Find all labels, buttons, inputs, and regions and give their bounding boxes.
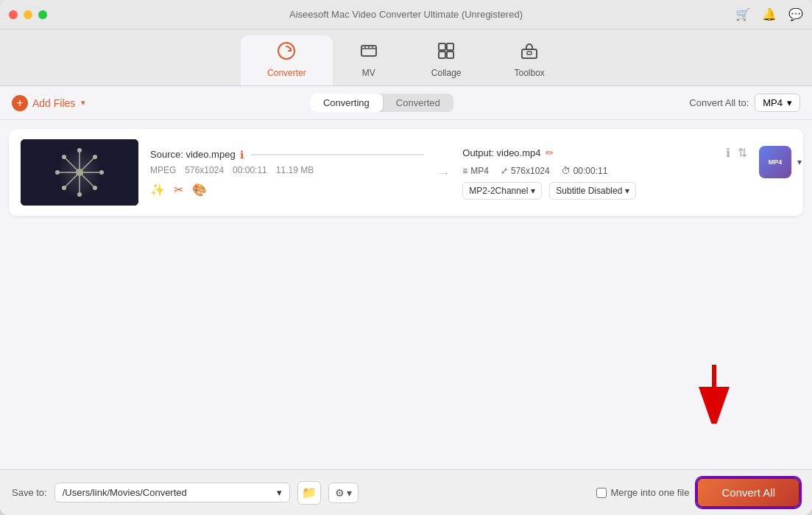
- cut-icon[interactable]: ✂: [174, 183, 183, 197]
- format-dropdown-arrow: ▾: [787, 97, 792, 108]
- svg-line-20: [64, 172, 80, 188]
- tab-toggle: Converting Converted: [310, 94, 453, 112]
- output-top-row: Output: video.mp4 ✏ ℹ ⇅: [462, 146, 747, 160]
- audio-dropdown-arrow: ▾: [531, 186, 535, 196]
- enhance-icon[interactable]: ✨: [150, 183, 165, 197]
- toolbar: + Add Files ▾ Converting Converted Conve…: [0, 86, 812, 120]
- titlebar: Aiseesoft Mac Video Converter Ultimate (…: [0, 0, 812, 29]
- tab-toolbox[interactable]: Toolbox: [488, 35, 571, 85]
- converting-tab-btn[interactable]: Converting: [310, 94, 383, 112]
- svg-point-27: [93, 155, 97, 159]
- svg-point-26: [93, 186, 97, 190]
- output-details: Output: video.mp4 ✏ ℹ ⇅ ≡ MP4: [462, 146, 747, 200]
- shop-icon[interactable]: 🛒: [735, 7, 750, 21]
- output-resolution-label: 576x1024: [511, 166, 550, 176]
- svg-rect-6: [439, 43, 445, 50]
- output-actions: ℹ ⇅: [726, 146, 747, 160]
- info-icon[interactable]: ℹ: [240, 149, 244, 161]
- save-to-label: Save to:: [12, 487, 47, 498]
- add-files-label: Add Files: [32, 97, 75, 109]
- svg-rect-7: [447, 43, 453, 50]
- size-label: 11.19 MB: [276, 165, 314, 175]
- bottom-bar: Save to: /Users/link/Movies/Converted ▾ …: [0, 469, 812, 515]
- mv-tab-label: MV: [362, 68, 375, 78]
- traffic-lights: [9, 10, 47, 19]
- toolbox-tab-label: Toolbox: [515, 68, 545, 78]
- svg-rect-12: [21, 139, 138, 206]
- settings-button[interactable]: ⚙ ▾: [328, 483, 359, 503]
- thumbnail-image: [21, 139, 138, 206]
- output-info-icon[interactable]: ℹ: [726, 146, 730, 160]
- svg-point-0: [278, 43, 294, 59]
- output-source: Output: video.mp4 ✏: [462, 147, 553, 158]
- svg-rect-8: [439, 52, 445, 58]
- add-files-dropdown-arrow[interactable]: ▾: [81, 98, 85, 108]
- svg-rect-9: [447, 52, 453, 58]
- svg-point-22: [77, 192, 82, 197]
- edit-icon[interactable]: ✏: [546, 147, 554, 158]
- svg-point-25: [62, 155, 66, 159]
- arrow-separator: →: [436, 164, 451, 181]
- subtitle-dropdown[interactable]: Subtitle Disabled ▾: [549, 182, 636, 200]
- svg-point-23: [55, 170, 60, 175]
- resolution-label: 576x1024: [185, 165, 224, 175]
- collage-icon: [437, 41, 456, 65]
- mv-icon: [359, 41, 378, 65]
- file-info: Source: video.mpeg ℹ MPEG 576x1024 00:00…: [150, 149, 424, 197]
- toolbox-icon: [520, 41, 539, 65]
- tabbar: Converter MV: [0, 29, 812, 86]
- converter-icon: [277, 41, 296, 65]
- subtitle-label: Subtitle Disabled: [556, 186, 622, 196]
- titlebar-actions: 🛒 🔔 💬: [735, 7, 803, 21]
- open-folder-button[interactable]: 📁: [297, 481, 321, 505]
- clock-icon: ⏱: [562, 166, 571, 176]
- settings-icon: ⚙: [335, 487, 345, 499]
- convert-all-to-label: Convert All to:: [689, 97, 749, 108]
- file-meta: MPEG 576x1024 00:00:11 11.19 MB: [150, 165, 424, 175]
- main-content: Source: video.mpeg ℹ MPEG 576x1024 00:00…: [0, 120, 812, 469]
- converter-tab-label: Converter: [267, 68, 306, 78]
- output-format-meta: ≡ MP4: [462, 166, 489, 176]
- svg-point-24: [99, 170, 104, 175]
- format-badge: MP4: [759, 146, 791, 178]
- svg-line-18: [80, 172, 95, 188]
- resolution-icon: ⤢: [501, 166, 508, 176]
- tab-mv[interactable]: MV: [333, 35, 405, 85]
- merge-checkbox[interactable]: [596, 488, 607, 498]
- maximize-button[interactable]: [38, 10, 47, 19]
- merge-label[interactable]: Merge into one file: [611, 487, 690, 498]
- close-button[interactable]: [9, 10, 18, 19]
- output-settings-icon[interactable]: ⇅: [738, 146, 747, 160]
- audio-channel-dropdown[interactable]: MP2-2Channel ▾: [462, 182, 542, 200]
- output-filename: Output: video.mp4: [462, 147, 540, 158]
- output-dropdowns: MP2-2Channel ▾ Subtitle Disabled ▾: [462, 182, 747, 200]
- format-badge-dropdown[interactable]: ▾: [797, 157, 802, 167]
- plus-icon: +: [12, 95, 28, 111]
- effect-icon[interactable]: 🎨: [192, 183, 207, 197]
- duration-label: 00:00:11: [233, 165, 267, 175]
- bell-icon[interactable]: 🔔: [762, 7, 777, 21]
- folder-icon: 📁: [302, 486, 317, 500]
- codec-label: MPEG: [150, 165, 176, 175]
- file-actions: ✨ ✂ 🎨: [150, 183, 424, 197]
- tab-collage[interactable]: Collage: [405, 35, 488, 85]
- chat-icon[interactable]: 💬: [788, 7, 803, 21]
- minimize-button[interactable]: [24, 10, 32, 19]
- save-path-dropdown[interactable]: /Users/link/Movies/Converted ▾: [54, 483, 290, 502]
- tab-converter[interactable]: Converter: [241, 35, 333, 85]
- badge-label: MP4: [769, 158, 783, 166]
- subtitle-dropdown-arrow: ▾: [625, 186, 629, 196]
- svg-rect-11: [527, 52, 532, 55]
- svg-point-29: [76, 169, 83, 176]
- format-dropdown[interactable]: MP4 ▾: [755, 94, 800, 112]
- thumbnail: [21, 139, 138, 206]
- file-item: Source: video.mpeg ℹ MPEG 576x1024 00:00…: [9, 129, 803, 216]
- add-files-button[interactable]: + Add Files: [12, 95, 75, 111]
- source-filename: Source: video.mpeg: [150, 149, 236, 160]
- file-source-row: Source: video.mpeg ℹ: [150, 149, 424, 161]
- output-format-label: MP4: [470, 166, 489, 176]
- converted-tab-btn[interactable]: Converted: [383, 94, 453, 112]
- settings-dropdown-arrow: ▾: [347, 487, 352, 499]
- merge-checkbox-group: Merge into one file: [596, 487, 690, 498]
- convert-all-button[interactable]: Convert All: [696, 477, 800, 508]
